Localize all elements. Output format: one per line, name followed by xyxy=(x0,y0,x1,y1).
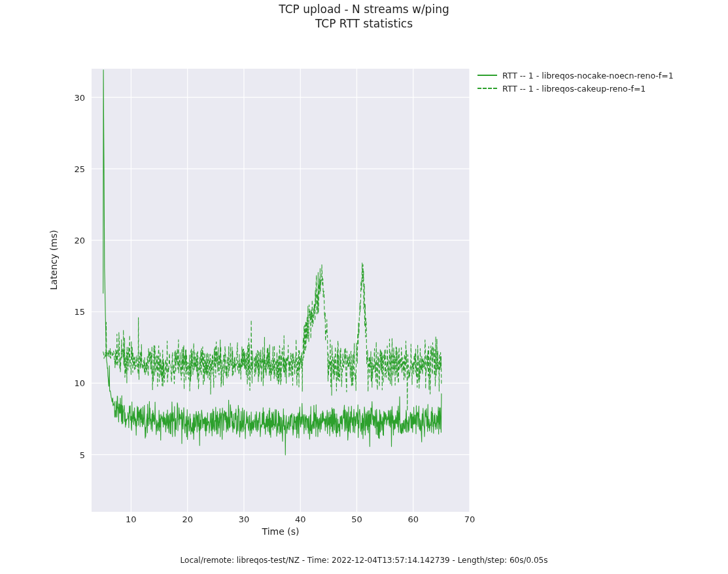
x-tick-label: 30 xyxy=(239,514,250,524)
x-tick-label: 70 xyxy=(464,514,476,524)
chart-title: TCP upload - N streams w/ping TCP RTT st… xyxy=(0,3,728,30)
plot-svg xyxy=(92,69,470,512)
legend-label-0: RTT -- 1 - libreqos-nocake-noecn-reno-f=… xyxy=(502,71,674,81)
legend-swatch-solid xyxy=(477,75,497,76)
legend-swatch-dashed xyxy=(477,88,497,89)
x-tick-label: 40 xyxy=(295,514,306,524)
y-axis-ticks: 51015202530 xyxy=(0,69,89,512)
figure: TCP upload - N streams w/ping TCP RTT st… xyxy=(0,0,728,574)
plot-area-wrap xyxy=(92,69,470,512)
x-axis-label: Time (s) xyxy=(92,526,470,537)
y-tick-label: 10 xyxy=(74,378,85,388)
y-tick-label: 25 xyxy=(74,164,85,173)
chart-footer: Local/remote: libreqos-test/NZ - Time: 2… xyxy=(0,556,728,565)
x-tick-label: 50 xyxy=(351,514,362,524)
x-tick-label: 60 xyxy=(407,514,419,524)
y-tick-label: 5 xyxy=(80,450,85,459)
x-tick-label: 10 xyxy=(126,514,137,524)
y-tick-label: 15 xyxy=(74,307,85,317)
title-line-2: TCP RTT statistics xyxy=(0,17,728,30)
x-axis-ticks: 10203040506070 xyxy=(92,514,470,528)
legend-entry-0: RTT -- 1 - libreqos-nocake-noecn-reno-f=… xyxy=(477,69,674,82)
y-axis-label: Latency (ms) xyxy=(48,230,59,290)
legend-label-1: RTT -- 1 - libreqos-cakeup-reno-f=1 xyxy=(502,84,646,94)
plot-area xyxy=(92,69,470,512)
legend: RTT -- 1 - libreqos-nocake-noecn-reno-f=… xyxy=(477,69,674,95)
y-tick-label: 30 xyxy=(74,92,85,102)
y-tick-label: 20 xyxy=(74,236,85,245)
x-tick-label: 20 xyxy=(182,514,193,524)
legend-entry-1: RTT -- 1 - libreqos-cakeup-reno-f=1 xyxy=(477,82,674,95)
title-line-1: TCP upload - N streams w/ping xyxy=(0,3,728,16)
